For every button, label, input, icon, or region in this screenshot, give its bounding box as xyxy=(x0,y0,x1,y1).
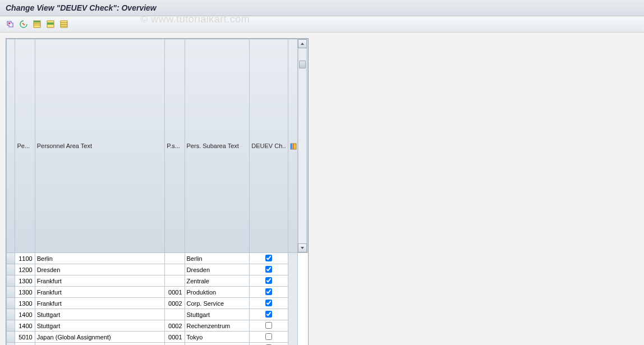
cell-personnel-subarea-text: Zentrale xyxy=(185,275,250,287)
cell-personnel-subarea[interactable] xyxy=(165,253,185,264)
svg-rect-1 xyxy=(34,21,40,22)
cell-deuev-check[interactable] xyxy=(250,253,288,264)
row-selector[interactable] xyxy=(7,298,15,309)
svg-rect-7 xyxy=(61,22,67,23)
svg-rect-9 xyxy=(61,26,67,26)
deuev-checkbox[interactable] xyxy=(265,322,272,329)
row-selector[interactable] xyxy=(7,332,15,343)
cell-personnel-area-text: Stuttgart xyxy=(35,309,165,320)
svg-rect-5 xyxy=(47,22,54,25)
cell-personnel-subarea[interactable]: 0001 xyxy=(165,332,185,343)
deuev-checkbox[interactable] xyxy=(265,300,272,306)
col-personnel-area[interactable]: Pe... xyxy=(15,39,35,253)
cell-deuev-check[interactable] xyxy=(250,343,288,346)
row-selector[interactable] xyxy=(7,343,15,346)
cell-deuev-check[interactable] xyxy=(250,320,288,332)
cell-personnel-area[interactable]: 1300 xyxy=(15,287,35,298)
svg-rect-11 xyxy=(291,144,292,149)
svg-rect-12 xyxy=(293,144,294,149)
select-all-button[interactable] xyxy=(31,19,43,30)
cell-personnel-area-text: Frankfurt xyxy=(35,298,165,309)
row-selector[interactable] xyxy=(7,320,15,332)
cell-personnel-area[interactable]: 1400 xyxy=(15,309,35,320)
table-row: 1400Stuttgart0002Rechenzentrum xyxy=(7,320,308,332)
cell-personnel-area-text: Japan (Global Assignment) xyxy=(35,332,165,343)
table-row: 1100BerlinBerlin xyxy=(7,253,308,264)
cell-personnel-subarea-text: Rechenzentrum xyxy=(185,320,250,332)
scroll-up-button[interactable] xyxy=(298,39,307,48)
deselect-all-button[interactable] xyxy=(58,19,70,30)
table-row: 1200DresdenDresden xyxy=(7,264,308,275)
cell-personnel-subarea[interactable] xyxy=(165,264,185,275)
table-row: 1300FrankfurtZentrale xyxy=(7,275,308,287)
cell-personnel-subarea-text: Corp. Service xyxy=(185,298,250,309)
svg-rect-2 xyxy=(34,23,40,24)
cell-personnel-area-text: Stuttgart xyxy=(35,320,165,332)
cell-personnel-area-text: Frankfurt xyxy=(35,275,165,287)
svg-rect-3 xyxy=(34,25,40,25)
deuev-checkbox[interactable] xyxy=(265,255,272,261)
cell-personnel-area[interactable]: 1400 xyxy=(15,320,35,332)
row-selector[interactable] xyxy=(7,309,15,320)
cell-personnel-subarea-text: Yokohama xyxy=(185,343,250,346)
cell-personnel-subarea[interactable]: 0002 xyxy=(165,298,185,309)
svg-rect-8 xyxy=(61,24,67,25)
cell-deuev-check[interactable] xyxy=(250,298,288,309)
table-row: 5010Japan (Global Assignment)0002Yokoham… xyxy=(7,343,308,346)
col-personnel-subarea-text[interactable]: Pers. Subarea Text xyxy=(185,39,250,253)
cell-personnel-area[interactable]: 5010 xyxy=(15,332,35,343)
change-switch-button[interactable] xyxy=(18,19,29,30)
cell-personnel-area-text: Frankfurt xyxy=(35,287,165,298)
data-grid: Pe... Personnel Area Text P.s... Pers. S… xyxy=(6,38,309,345)
cell-personnel-subarea[interactable]: 0002 xyxy=(165,320,185,332)
cell-personnel-area-text: Japan (Global Assignment) xyxy=(35,343,165,346)
row-selector[interactable] xyxy=(7,264,15,275)
cell-personnel-subarea[interactable]: 0001 xyxy=(165,287,185,298)
cell-personnel-area[interactable]: 5010 xyxy=(15,343,35,346)
row-selector-header[interactable] xyxy=(7,39,15,253)
table-row: 1300Frankfurt0001Produktion xyxy=(7,287,308,298)
cell-personnel-subarea-text: Produktion xyxy=(185,287,250,298)
cell-personnel-area[interactable]: 1100 xyxy=(15,253,35,264)
page-title: Change View "DEUEV Check": Overview xyxy=(0,0,644,16)
row-selector[interactable] xyxy=(7,275,15,287)
deuev-checkbox[interactable] xyxy=(265,288,272,295)
deuev-checkbox[interactable] xyxy=(265,277,272,284)
col-deuev-check[interactable]: DEUEV Ch.. xyxy=(250,39,288,253)
scroll-down-button[interactable] xyxy=(298,243,307,252)
table-row: 1300Frankfurt0002Corp. Service xyxy=(7,298,308,309)
cell-deuev-check[interactable] xyxy=(250,309,288,320)
row-selector[interactable] xyxy=(7,253,15,264)
select-block-button[interactable] xyxy=(45,19,56,30)
cell-personnel-subarea[interactable]: 0002 xyxy=(165,343,185,346)
row-selector[interactable] xyxy=(7,287,15,298)
other-view-button[interactable] xyxy=(4,19,16,30)
cell-personnel-subarea-text: Tokyo xyxy=(185,332,250,343)
cell-deuev-check[interactable] xyxy=(250,264,288,275)
deuev-checkbox[interactable] xyxy=(265,266,272,273)
toolbar xyxy=(0,16,644,33)
cell-personnel-area-text: Berlin xyxy=(35,253,165,264)
cell-personnel-subarea[interactable] xyxy=(165,309,185,320)
cell-personnel-subarea-text: Berlin xyxy=(185,253,250,264)
cell-personnel-subarea-text: Stuttgart xyxy=(185,309,250,320)
cell-personnel-area[interactable]: 1300 xyxy=(15,298,35,309)
scroll-thumb[interactable] xyxy=(299,61,306,68)
cell-deuev-check[interactable] xyxy=(250,332,288,343)
configure-columns-button[interactable] xyxy=(288,39,298,253)
cell-deuev-check[interactable] xyxy=(250,287,288,298)
col-personnel-subarea[interactable]: P.s... xyxy=(165,39,185,253)
cell-personnel-subarea-text: Dresden xyxy=(185,264,250,275)
col-personnel-area-text[interactable]: Personnel Area Text xyxy=(35,39,165,253)
table-row: 5010Japan (Global Assignment)0001Tokyo xyxy=(7,332,308,343)
cell-deuev-check[interactable] xyxy=(250,275,288,287)
deuev-checkbox[interactable] xyxy=(265,311,272,318)
cell-personnel-area[interactable]: 1300 xyxy=(15,275,35,287)
table-row: 1400StuttgartStuttgart xyxy=(7,309,308,320)
cell-personnel-subarea[interactable] xyxy=(165,275,185,287)
deuev-checkbox[interactable] xyxy=(265,333,272,340)
vertical-scrollbar[interactable] xyxy=(298,39,307,252)
cell-personnel-area-text: Dresden xyxy=(35,264,165,275)
cell-personnel-area[interactable]: 1200 xyxy=(15,264,35,275)
